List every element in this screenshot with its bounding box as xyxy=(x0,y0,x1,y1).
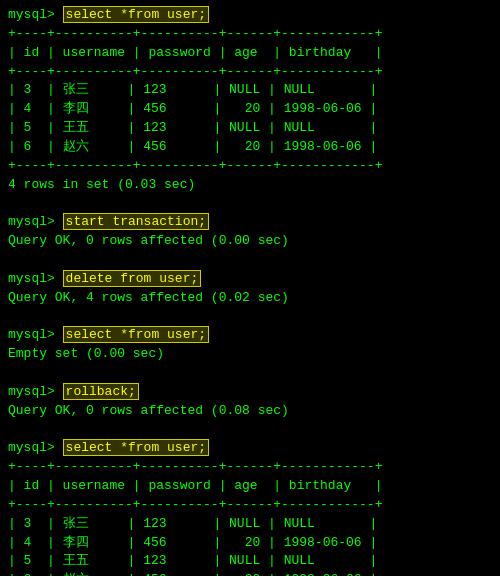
table-row-1-2: | 4 | 李四 | 456 | 20 | 1998-06-06 | xyxy=(8,100,492,119)
sep-top-1: +----+----------+----------+------+-----… xyxy=(8,25,492,44)
table-output-2: +----+----------+----------+------+-----… xyxy=(8,458,492,576)
table-output-1: +----+----------+----------+------+-----… xyxy=(8,25,492,176)
table-row-2-1: | 3 | 张三 | 123 | NULL | NULL | xyxy=(8,515,492,534)
table-row-1-1: | 3 | 张三 | 123 | NULL | NULL | xyxy=(8,81,492,100)
table-header-2: | id | username | password | age | birth… xyxy=(8,477,492,496)
result-rows4-003: 4 rows in set (0.03 sec) xyxy=(8,176,492,195)
result-empty: Empty set (0.00 sec) xyxy=(8,345,492,364)
table-row-1-4: | 6 | 赵六 | 456 | 20 | 1998-06-06 | xyxy=(8,138,492,157)
sep-bot-1: +----+----------+----------+------+-----… xyxy=(8,157,492,176)
command-line-3: mysql> delete from user; xyxy=(8,270,492,289)
table-header-1: | id | username | password | age | birth… xyxy=(8,44,492,63)
blank-2 xyxy=(8,251,492,270)
table-row-1-3: | 5 | 王五 | 123 | NULL | NULL | xyxy=(8,119,492,138)
command-2[interactable]: start transaction; xyxy=(63,213,209,230)
sep-top-2: +----+----------+----------+------+-----… xyxy=(8,458,492,477)
command-line-4: mysql> select *from user; xyxy=(8,326,492,345)
blank-1 xyxy=(8,194,492,213)
blank-3 xyxy=(8,308,492,327)
result-query-ok-4-002: Query OK, 4 rows affected (0.02 sec) xyxy=(8,289,492,308)
prompt-5: mysql> xyxy=(8,384,63,399)
sep-mid-1: +----+----------+----------+------+-----… xyxy=(8,63,492,82)
command-3[interactable]: delete from user; xyxy=(63,270,202,287)
prompt-3: mysql> xyxy=(8,271,63,286)
prompt-4: mysql> xyxy=(8,327,63,342)
command-line-1: mysql> select *from user; xyxy=(8,6,492,25)
result-query-ok-0-000-1: Query OK, 0 rows affected (0.00 sec) xyxy=(8,232,492,251)
result-query-ok-0-008: Query OK, 0 rows affected (0.08 sec) xyxy=(8,402,492,421)
blank-5 xyxy=(8,421,492,440)
prompt-1: mysql> xyxy=(8,7,63,22)
command-4[interactable]: select *from user; xyxy=(63,326,209,343)
command-line-5: mysql> rollback; xyxy=(8,383,492,402)
command-line-6: mysql> select *from user; xyxy=(8,439,492,458)
table-row-2-2: | 4 | 李四 | 456 | 20 | 1998-06-06 | xyxy=(8,534,492,553)
command-5[interactable]: rollback; xyxy=(63,383,139,400)
table-row-2-4: | 6 | 赵六 | 456 | 20 | 1998-06-06 | xyxy=(8,571,492,576)
terminal-window: mysql> select *from user; +----+--------… xyxy=(8,6,492,576)
prompt-2: mysql> xyxy=(8,214,63,229)
prompt-6: mysql> xyxy=(8,440,63,455)
sep-mid-2: +----+----------+----------+------+-----… xyxy=(8,496,492,515)
command-1[interactable]: select *from user; xyxy=(63,6,209,23)
command-line-2: mysql> start transaction; xyxy=(8,213,492,232)
table-row-2-3: | 5 | 王五 | 123 | NULL | NULL | xyxy=(8,552,492,571)
blank-4 xyxy=(8,364,492,383)
command-6[interactable]: select *from user; xyxy=(63,439,209,456)
